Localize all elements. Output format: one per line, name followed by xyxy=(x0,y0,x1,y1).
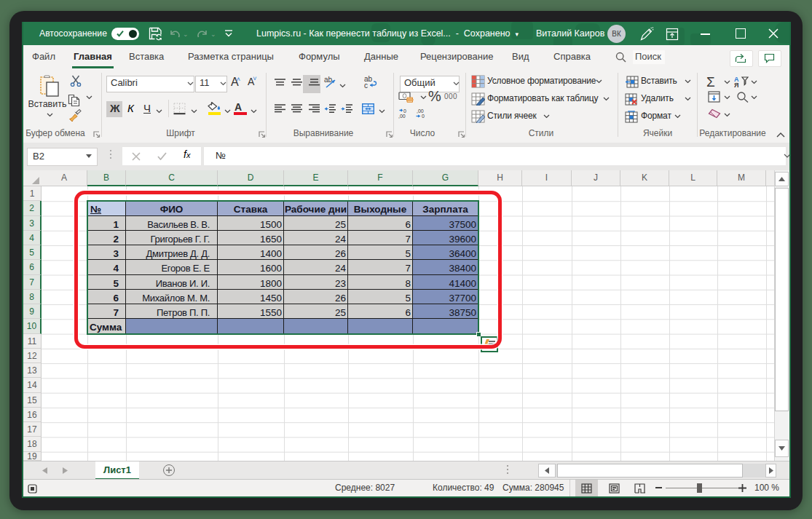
svg-text:c: c xyxy=(364,82,368,90)
svg-text:,00: ,00 xyxy=(417,108,424,114)
svg-text:0: 0 xyxy=(422,114,425,119)
svg-text:Я: Я xyxy=(734,82,738,87)
svg-text:,00: ,00 xyxy=(398,114,406,119)
svg-text:0: 0 xyxy=(403,108,406,114)
